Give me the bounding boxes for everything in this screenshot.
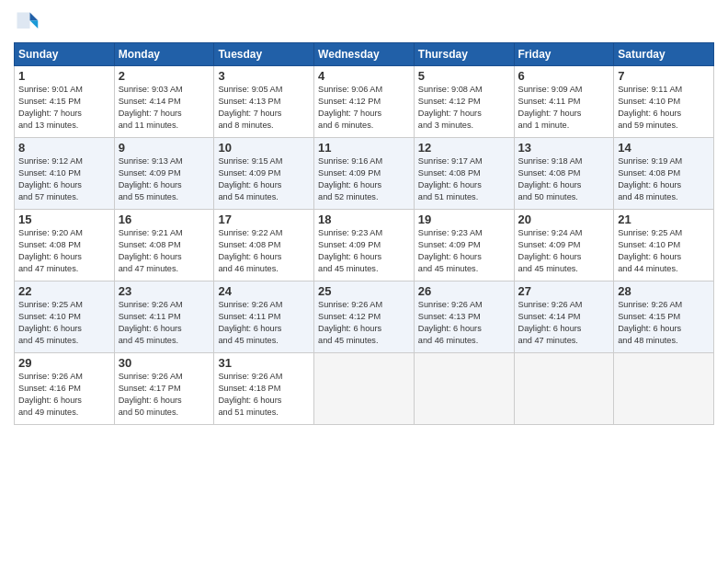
calendar-cell: 19Sunrise: 9:23 AMSunset: 4:09 PMDayligh… (414, 210, 514, 282)
calendar-cell: 13Sunrise: 9:18 AMSunset: 4:08 PMDayligh… (514, 138, 614, 210)
cell-info: Sunrise: 9:20 AMSunset: 4:08 PMDaylight:… (18, 228, 83, 273)
cell-info: Sunrise: 9:17 AMSunset: 4:08 PMDaylight:… (418, 156, 483, 201)
day-number: 8 (18, 141, 110, 155)
day-number: 21 (618, 213, 710, 226)
calendar-cell (414, 353, 514, 425)
logo (14, 9, 43, 35)
calendar-cell: 15Sunrise: 9:20 AMSunset: 4:08 PMDayligh… (15, 210, 115, 282)
calendar-cell: 8Sunrise: 9:12 AMSunset: 4:10 PMDaylight… (15, 138, 115, 210)
calendar-cell: 1Sunrise: 9:01 AMSunset: 4:15 PMDaylight… (15, 66, 115, 138)
day-number: 20 (518, 213, 610, 226)
calendar-week-row: 8Sunrise: 9:12 AMSunset: 4:10 PMDaylight… (15, 138, 714, 210)
calendar-cell: 22Sunrise: 9:25 AMSunset: 4:10 PMDayligh… (15, 282, 115, 353)
calendar-cell: 16Sunrise: 9:21 AMSunset: 4:08 PMDayligh… (114, 210, 214, 282)
day-number: 22 (18, 284, 110, 298)
cell-info: Sunrise: 9:26 AMSunset: 4:16 PMDaylight:… (18, 372, 83, 417)
calendar-cell: 23Sunrise: 9:26 AMSunset: 4:11 PMDayligh… (114, 282, 214, 353)
day-number: 1 (18, 69, 110, 83)
calendar-cell: 9Sunrise: 9:13 AMSunset: 4:09 PMDaylight… (114, 138, 214, 210)
day-number: 23 (119, 284, 210, 298)
cell-info: Sunrise: 9:25 AMSunset: 4:10 PMDaylight:… (18, 300, 83, 345)
day-number: 25 (318, 284, 410, 298)
calendar-week-row: 22Sunrise: 9:25 AMSunset: 4:10 PMDayligh… (15, 282, 714, 353)
day-number: 26 (418, 284, 510, 298)
calendar-cell: 14Sunrise: 9:19 AMSunset: 4:08 PMDayligh… (614, 138, 714, 210)
day-number: 12 (418, 141, 510, 155)
day-number: 9 (119, 141, 210, 155)
cell-info: Sunrise: 9:12 AMSunset: 4:10 PMDaylight:… (18, 156, 83, 201)
calendar-cell (614, 353, 714, 425)
cell-info: Sunrise: 9:11 AMSunset: 4:10 PMDaylight:… (618, 85, 682, 130)
header-day: Thursday (414, 43, 514, 66)
cell-info: Sunrise: 9:26 AMSunset: 4:17 PMDaylight:… (119, 372, 183, 417)
day-number: 15 (18, 213, 110, 226)
calendar-cell: 3Sunrise: 9:05 AMSunset: 4:13 PMDaylight… (214, 66, 314, 138)
cell-info: Sunrise: 9:26 AMSunset: 4:18 PMDaylight:… (218, 372, 282, 417)
day-number: 2 (119, 69, 210, 83)
calendar-cell (514, 353, 614, 425)
cell-info: Sunrise: 9:23 AMSunset: 4:09 PMDaylight:… (418, 228, 483, 273)
calendar-cell: 5Sunrise: 9:08 AMSunset: 4:12 PMDaylight… (414, 66, 514, 138)
calendar-week-row: 29Sunrise: 9:26 AMSunset: 4:16 PMDayligh… (15, 353, 714, 425)
calendar-cell: 17Sunrise: 9:22 AMSunset: 4:08 PMDayligh… (214, 210, 314, 282)
header-day: Saturday (614, 43, 714, 66)
svg-marker-0 (30, 13, 39, 21)
calendar-cell: 11Sunrise: 9:16 AMSunset: 4:09 PMDayligh… (314, 138, 415, 210)
day-number: 14 (618, 141, 710, 155)
day-number: 16 (119, 213, 210, 226)
calendar-cell: 12Sunrise: 9:17 AMSunset: 4:08 PMDayligh… (414, 138, 514, 210)
day-number: 28 (618, 284, 710, 298)
day-number: 7 (618, 69, 710, 83)
day-number: 19 (418, 213, 510, 226)
calendar-cell: 20Sunrise: 9:24 AMSunset: 4:09 PMDayligh… (514, 210, 614, 282)
calendar-week-row: 1Sunrise: 9:01 AMSunset: 4:15 PMDaylight… (15, 66, 714, 138)
cell-info: Sunrise: 9:24 AMSunset: 4:09 PMDaylight:… (518, 228, 583, 273)
day-number: 30 (119, 356, 210, 370)
cell-info: Sunrise: 9:26 AMSunset: 4:11 PMDaylight:… (119, 300, 183, 345)
cell-info: Sunrise: 9:25 AMSunset: 4:10 PMDaylight:… (618, 228, 682, 273)
cell-info: Sunrise: 9:19 AMSunset: 4:08 PMDaylight:… (618, 156, 682, 201)
day-number: 3 (218, 69, 310, 83)
calendar-cell: 21Sunrise: 9:25 AMSunset: 4:10 PMDayligh… (614, 210, 714, 282)
calendar-cell: 27Sunrise: 9:26 AMSunset: 4:14 PMDayligh… (514, 282, 614, 353)
calendar-cell (314, 353, 415, 425)
calendar-table: SundayMondayTuesdayWednesdayThursdayFrid… (14, 42, 714, 425)
header-day: Wednesday (314, 43, 415, 66)
header-day: Monday (114, 43, 214, 66)
calendar-cell: 26Sunrise: 9:26 AMSunset: 4:13 PMDayligh… (414, 282, 514, 353)
calendar-cell: 18Sunrise: 9:23 AMSunset: 4:09 PMDayligh… (314, 210, 415, 282)
cell-info: Sunrise: 9:23 AMSunset: 4:09 PMDaylight:… (318, 228, 382, 273)
header-row: SundayMondayTuesdayWednesdayThursdayFrid… (15, 43, 714, 66)
day-number: 29 (18, 356, 110, 370)
day-number: 11 (318, 141, 410, 155)
calendar-cell: 31Sunrise: 9:26 AMSunset: 4:18 PMDayligh… (214, 353, 314, 425)
day-number: 17 (218, 213, 310, 226)
calendar-cell: 10Sunrise: 9:15 AMSunset: 4:09 PMDayligh… (214, 138, 314, 210)
svg-rect-2 (17, 13, 30, 29)
day-number: 27 (518, 284, 610, 298)
cell-info: Sunrise: 9:16 AMSunset: 4:09 PMDaylight:… (318, 156, 382, 201)
cell-info: Sunrise: 9:15 AMSunset: 4:09 PMDaylight:… (218, 156, 282, 201)
cell-info: Sunrise: 9:05 AMSunset: 4:13 PMDaylight:… (218, 85, 282, 130)
calendar-week-row: 15Sunrise: 9:20 AMSunset: 4:08 PMDayligh… (15, 210, 714, 282)
calendar-cell: 29Sunrise: 9:26 AMSunset: 4:16 PMDayligh… (15, 353, 115, 425)
day-number: 10 (218, 141, 310, 155)
logo-icon (14, 9, 40, 35)
day-number: 31 (218, 356, 310, 370)
cell-info: Sunrise: 9:22 AMSunset: 4:08 PMDaylight:… (218, 228, 282, 273)
cell-info: Sunrise: 9:26 AMSunset: 4:15 PMDaylight:… (618, 300, 682, 345)
calendar-cell: 28Sunrise: 9:26 AMSunset: 4:15 PMDayligh… (614, 282, 714, 353)
header-day: Tuesday (214, 43, 314, 66)
svg-marker-1 (30, 20, 39, 29)
calendar-cell: 4Sunrise: 9:06 AMSunset: 4:12 PMDaylight… (314, 66, 415, 138)
cell-info: Sunrise: 9:09 AMSunset: 4:11 PMDaylight:… (518, 85, 583, 130)
cell-info: Sunrise: 9:13 AMSunset: 4:09 PMDaylight:… (119, 156, 183, 201)
header-day: Sunday (15, 43, 115, 66)
calendar-cell: 30Sunrise: 9:26 AMSunset: 4:17 PMDayligh… (114, 353, 214, 425)
day-number: 24 (218, 284, 310, 298)
header (14, 9, 714, 35)
day-number: 4 (318, 69, 410, 83)
cell-info: Sunrise: 9:21 AMSunset: 4:08 PMDaylight:… (119, 228, 183, 273)
cell-info: Sunrise: 9:26 AMSunset: 4:13 PMDaylight:… (418, 300, 483, 345)
cell-info: Sunrise: 9:06 AMSunset: 4:12 PMDaylight:… (318, 85, 382, 130)
